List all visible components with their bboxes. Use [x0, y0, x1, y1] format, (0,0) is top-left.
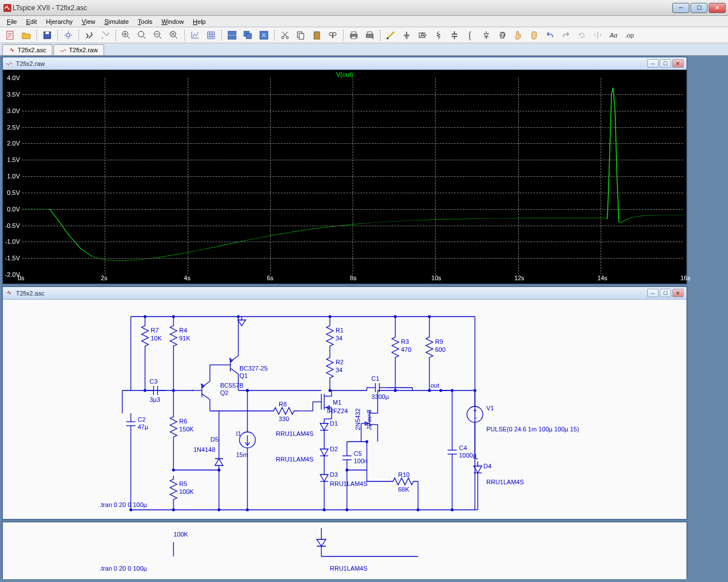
waveform-icon: [6, 60, 14, 68]
sub-close-button[interactable]: ✕: [672, 289, 684, 297]
text-button[interactable]: Aα: [607, 28, 621, 42]
schematic-canvas[interactable]: .tran 0 20 0 100µ 100K RRU1LAM4S: [3, 522, 686, 579]
svg-text:R1: R1: [336, 327, 344, 334]
cut-button[interactable]: [278, 28, 292, 42]
ground-button[interactable]: [400, 28, 413, 42]
waveform-plot[interactable]: V(out) 4.0V3.5V3.0V2.5V2.0V1.5V1.0V0.5V0…: [3, 70, 686, 284]
schematic-canvas[interactable]: R710KR491KC33µ3C247µR6150KR5100KBC327-25…: [3, 300, 686, 519]
spice-directive: .tran 0 20 0 100µ: [100, 565, 147, 572]
sub-maximize-button[interactable]: ☐: [660, 59, 671, 68]
save-button[interactable]: [40, 28, 54, 42]
svg-text:BC557B: BC557B: [220, 382, 243, 389]
component-button[interactable]: D: [495, 28, 509, 42]
svg-text:600: 600: [435, 346, 445, 353]
svg-text:Q1: Q1: [239, 372, 248, 379]
svg-text:91K: 91K: [179, 335, 191, 342]
spice-directive-button[interactable]: .op: [623, 28, 636, 42]
autorange-button[interactable]: [188, 28, 202, 42]
maximize-button[interactable]: ☐: [690, 3, 708, 13]
zoom-pan-button[interactable]: [135, 28, 149, 42]
diode-button[interactable]: [479, 28, 493, 42]
svg-text:2N5432: 2N5432: [354, 408, 361, 430]
sub-maximize-button[interactable]: ☐: [660, 289, 671, 297]
tab-waveform[interactable]: T2fix2.raw: [53, 44, 104, 55]
waveform-title: T2fix2.raw: [16, 60, 647, 67]
plot-area[interactable]: [22, 78, 683, 275]
halt-button[interactable]: [98, 28, 112, 42]
open-button[interactable]: [19, 28, 33, 42]
cascade-windows-button[interactable]: [241, 28, 255, 42]
menu-hierarchy[interactable]: Hierarchy: [42, 17, 77, 26]
menu-view[interactable]: View: [77, 17, 100, 26]
menu-tools[interactable]: Tools: [133, 17, 157, 26]
menu-help[interactable]: Help: [188, 17, 210, 26]
svg-rect-11: [228, 36, 236, 39]
mirror-button[interactable]: [591, 28, 605, 42]
svg-text:3µ3: 3µ3: [150, 396, 160, 403]
svg-line-88: [202, 394, 210, 400]
svg-text:C3: C3: [150, 378, 158, 385]
zoom-out-button[interactable]: [151, 28, 165, 42]
capacitor-button[interactable]: [448, 28, 461, 42]
zoom-in-button[interactable]: [119, 28, 133, 42]
sub-close-button[interactable]: ✕: [672, 59, 684, 68]
close-button[interactable]: ✕: [709, 3, 726, 13]
svg-text:100K: 100K: [173, 531, 188, 538]
svg-text:RRU1LAM4S: RRU1LAM4S: [330, 565, 367, 572]
svg-text:68K: 68K: [398, 486, 410, 493]
svg-rect-10: [228, 31, 236, 35]
x-axis-labels: 0s2s4s6s8s10s12s14s16s: [21, 275, 685, 282]
label-net-button[interactable]: A: [416, 28, 429, 42]
svg-point-22: [333, 32, 336, 36]
trace-label[interactable]: V(out): [336, 71, 353, 78]
svg-point-173: [346, 509, 349, 512]
toggle-grid-button[interactable]: [204, 28, 218, 42]
svg-text:C2: C2: [138, 416, 146, 423]
svg-text:3300µ: 3300µ: [371, 393, 389, 400]
close-window-button[interactable]: [257, 28, 271, 42]
inductor-button[interactable]: [464, 28, 477, 42]
rotate-button[interactable]: [575, 28, 589, 42]
svg-text:R8: R8: [279, 401, 287, 408]
print-setup-button[interactable]: [363, 28, 377, 42]
schematic-icon: [9, 47, 15, 53]
zoom-fit-button[interactable]: [167, 28, 181, 42]
draw-wire-button[interactable]: [384, 28, 398, 42]
minimize-button[interactable]: ─: [672, 3, 689, 13]
svg-text:Aα: Aα: [609, 32, 618, 39]
run-button[interactable]: [82, 28, 96, 42]
find-button[interactable]: [326, 28, 340, 42]
svg-point-163: [323, 509, 326, 512]
tile-windows-button[interactable]: [225, 28, 239, 42]
y-axis-labels: 4.0V3.5V3.0V2.5V2.0V1.5V1.0V0.5V0.0V-0.5…: [4, 70, 21, 275]
redo-button[interactable]: [559, 28, 573, 42]
menu-window[interactable]: Window: [157, 17, 188, 26]
copy-button[interactable]: [294, 28, 308, 42]
control-panel-button[interactable]: [61, 28, 75, 42]
svg-point-75: [172, 509, 175, 512]
tab-schematic[interactable]: T2fix2.asc: [2, 44, 52, 55]
svg-text:BC327-25: BC327-25: [239, 365, 268, 372]
menu-simulate[interactable]: Simulate: [100, 17, 133, 26]
svg-point-210: [428, 315, 431, 318]
svg-text:15m: 15m: [236, 451, 248, 458]
new-schematic-button[interactable]: [3, 28, 17, 42]
svg-point-204: [394, 315, 397, 318]
drag-button[interactable]: [527, 28, 541, 42]
undo-button[interactable]: [543, 28, 557, 42]
paste-button[interactable]: [310, 28, 324, 42]
move-button[interactable]: [511, 28, 525, 42]
print-button[interactable]: [347, 28, 361, 42]
svg-point-4: [67, 34, 70, 37]
sub-minimize-button[interactable]: ─: [647, 289, 659, 297]
resistor-button[interactable]: [432, 28, 445, 42]
svg-text:−: −: [474, 414, 477, 421]
svg-text:150K: 150K: [179, 426, 194, 433]
svg-text:470: 470: [401, 346, 411, 353]
menu-file[interactable]: File: [2, 17, 22, 26]
menu-edit[interactable]: Edit: [22, 17, 42, 26]
svg-text:out: out: [431, 382, 439, 389]
svg-text:+: +: [473, 407, 477, 414]
sub-minimize-button[interactable]: ─: [647, 59, 659, 68]
svg-text:PULSE(0 24.6 1m 100µ 100µ 15): PULSE(0 24.6 1m 100µ 100µ 15): [486, 426, 579, 433]
